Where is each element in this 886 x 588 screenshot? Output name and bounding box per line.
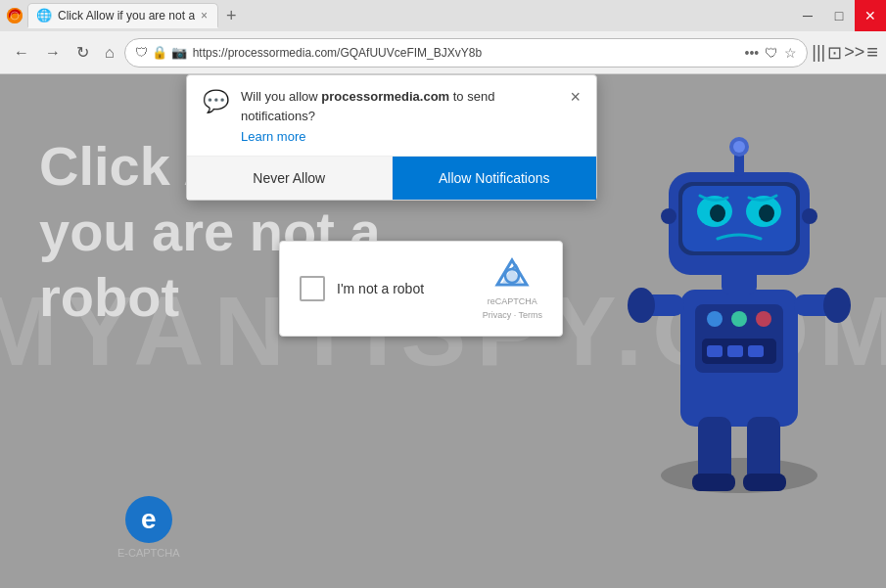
- tab-title: Click Allow if you are not a: [58, 9, 195, 23]
- popup-site-name: processormedia.com: [321, 89, 449, 104]
- address-bar[interactable]: 🛡 🔒 📷 https://processormedia.com/GQAfUUV…: [124, 38, 809, 68]
- minimize-button[interactable]: ─: [792, 0, 823, 31]
- notification-icon: 💬: [203, 89, 229, 114]
- address-right-icons: ••• 🛡 ☆: [745, 45, 798, 61]
- shield2-icon: 🛡: [765, 45, 778, 61]
- new-tab-button[interactable]: +: [218, 4, 245, 28]
- history-icon[interactable]: ⊡: [827, 42, 842, 64]
- more-icon: •••: [745, 45, 760, 61]
- ecaptcha-label: E-CAPTCHA: [117, 547, 180, 559]
- privacy-link[interactable]: Privacy: [483, 310, 512, 320]
- notification-popup: 💬 Will you allow processormedia.com to s…: [186, 74, 597, 201]
- back-button[interactable]: ←: [8, 40, 35, 66]
- popup-buttons: Never Allow Allow Notifications: [187, 156, 596, 200]
- svg-point-18: [628, 288, 655, 323]
- popup-question: Will you allow processormedia.com to sen…: [241, 87, 558, 125]
- svg-point-6: [731, 311, 747, 327]
- title-left: [0, 7, 23, 24]
- never-allow-button[interactable]: Never Allow: [187, 157, 393, 200]
- svg-point-7: [756, 311, 771, 327]
- bookmarks-icon[interactable]: |||: [812, 42, 825, 63]
- svg-point-31: [661, 208, 676, 224]
- popup-body: Will you allow processormedia.com to sen…: [241, 87, 558, 144]
- robot-illustration: [612, 94, 866, 505]
- address-security-icons: 🛡 🔒 📷: [135, 45, 187, 60]
- close-button[interactable]: ✕: [855, 0, 886, 31]
- ecaptcha-icon: e: [125, 496, 172, 543]
- svg-point-5: [707, 311, 723, 327]
- allow-notifications-button[interactable]: Allow Notifications: [393, 157, 597, 200]
- refresh-button[interactable]: ↻: [70, 39, 95, 66]
- extensions-icon[interactable]: >>: [844, 42, 864, 63]
- page-content: MYANTISPY.COM Click Allow if you are not…: [0, 74, 886, 588]
- browser-window: 🌐 Click Allow if you are not a × + ─ □ ✕…: [0, 0, 886, 588]
- title-bar: 🌐 Click Allow if you are not a × + ─ □ ✕: [0, 0, 886, 31]
- recaptcha-brand: reCAPTCHA: [488, 296, 537, 306]
- learn-more-link[interactable]: Learn more: [241, 129, 558, 144]
- svg-rect-14: [692, 474, 735, 491]
- recaptcha-logo: [494, 257, 530, 293]
- firefox-icon: [6, 7, 23, 24]
- forward-button[interactable]: →: [39, 40, 67, 66]
- svg-point-30: [733, 141, 745, 153]
- active-tab[interactable]: 🌐 Click Allow if you are not a ×: [27, 3, 218, 28]
- url-text: https://processormedia.com/GQAfUUVceFIM_…: [193, 46, 739, 60]
- svg-rect-9: [707, 345, 723, 357]
- lock-icon: 🔒: [152, 45, 167, 60]
- tab-close-button[interactable]: ×: [201, 9, 208, 23]
- ecaptcha-logo: e E-CAPTCHA: [117, 496, 180, 559]
- svg-point-32: [802, 208, 817, 224]
- tab-favicon: 🌐: [36, 8, 52, 23]
- recaptcha-checkbox[interactable]: [300, 276, 325, 301]
- recaptcha-logo-area: reCAPTCHA Privacy · Terms: [483, 257, 542, 320]
- camera-icon: 📷: [171, 45, 187, 60]
- svg-point-19: [823, 288, 851, 323]
- tab-area: 🌐 Click Allow if you are not a × +: [23, 3, 792, 28]
- nav-right-icons: ||| ⊡ >> ≡: [812, 41, 878, 64]
- recaptcha-box: I'm not a robot reCAPTCHA Privacy · Term…: [279, 241, 563, 337]
- svg-rect-15: [743, 474, 786, 491]
- popup-header: 💬 Will you allow processormedia.com to s…: [187, 75, 596, 156]
- maximize-button[interactable]: □: [823, 0, 855, 31]
- svg-point-27: [759, 204, 774, 222]
- home-button[interactable]: ⌂: [99, 40, 120, 66]
- bookmark-icon: ☆: [784, 45, 797, 61]
- separator: ·: [511, 310, 518, 320]
- svg-point-2: [661, 458, 817, 493]
- robot-svg: [612, 94, 866, 505]
- popup-close-button[interactable]: ×: [570, 87, 581, 108]
- svg-rect-11: [748, 345, 764, 357]
- svg-rect-10: [727, 345, 743, 357]
- menu-button[interactable]: ≡: [866, 41, 878, 64]
- recaptcha-links: Privacy · Terms: [483, 310, 542, 320]
- shield-icon: 🛡: [135, 45, 148, 60]
- svg-point-26: [710, 204, 725, 222]
- window-controls: ─ □ ✕: [792, 0, 886, 31]
- terms-link[interactable]: Terms: [519, 310, 543, 320]
- popup-question-text: Will you allow: [241, 89, 321, 104]
- recaptcha-label: I'm not a robot: [337, 281, 471, 296]
- nav-bar: ← → ↻ ⌂ 🛡 🔒 📷 https://processormedia.com…: [0, 31, 886, 74]
